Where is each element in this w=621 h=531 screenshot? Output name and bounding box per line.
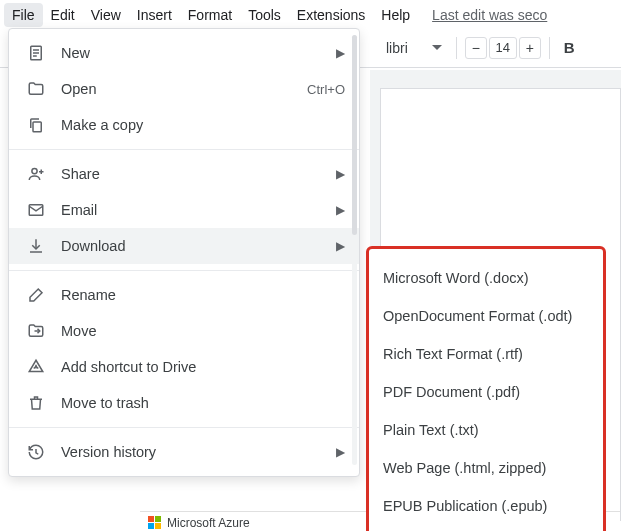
menu-item-add-shortcut[interactable]: Add shortcut to Drive [9,349,359,385]
menubar-item-extensions[interactable]: Extensions [289,3,373,27]
menubar-item-view[interactable]: View [83,3,129,27]
submenu-item-docx[interactable]: Microsoft Word (.docx) [369,259,603,297]
menu-item-label: Make a copy [51,117,345,133]
menu-item-shortcut: Ctrl+O [307,82,345,97]
menubar-item-edit[interactable]: Edit [43,3,83,27]
menu-divider [9,427,359,428]
menu-item-make-copy[interactable]: Make a copy [9,107,359,143]
microsoft-logo-icon [148,516,161,529]
drive-shortcut-icon [27,358,51,376]
menubar-item-help[interactable]: Help [373,3,418,27]
font-family-select[interactable]: libri [380,36,448,60]
menu-item-label: Version history [51,444,336,460]
menu-item-label: Download [51,238,336,254]
menu-item-label: Move [51,323,345,339]
document-icon [27,44,51,62]
bold-button[interactable]: B [558,37,581,58]
menubar-item-format[interactable]: Format [180,3,240,27]
chevron-right-icon: ▶ [336,167,345,181]
taskbar-item-azure[interactable]: Microsoft Azure [167,516,250,530]
menu-item-new[interactable]: New ▶ [9,35,359,71]
menubar-item-insert[interactable]: Insert [129,3,180,27]
menu-item-rename[interactable]: Rename [9,277,359,313]
submenu-item-rtf[interactable]: Rich Text Format (.rtf) [369,335,603,373]
email-icon [27,201,51,219]
chevron-right-icon: ▶ [336,239,345,253]
menu-item-label: Email [51,202,336,218]
download-icon [27,237,51,255]
menu-item-move-trash[interactable]: Move to trash [9,385,359,421]
menubar-item-file[interactable]: File [4,3,43,27]
svg-rect-4 [33,122,41,132]
menu-item-version-history[interactable]: Version history ▶ [9,434,359,470]
trash-icon [27,394,51,412]
menu-item-label: Add shortcut to Drive [51,359,345,375]
chevron-down-icon [432,45,442,51]
svg-point-5 [32,168,37,173]
menu-divider [9,149,359,150]
menu-item-share[interactable]: Share ▶ [9,156,359,192]
menu-divider [9,270,359,271]
chevron-right-icon: ▶ [336,445,345,459]
menu-item-email[interactable]: Email ▶ [9,192,359,228]
menu-item-label: Rename [51,287,345,303]
submenu-item-epub[interactable]: EPUB Publication (.epub) [369,487,603,525]
file-menu: New ▶ Open Ctrl+O Make a copy Share ▶ Em… [8,28,360,477]
download-submenu: Microsoft Word (.docx) OpenDocument Form… [366,246,606,531]
font-size-stepper: − 14 + [465,37,541,59]
chevron-right-icon: ▶ [336,203,345,217]
submenu-item-html[interactable]: Web Page (.html, zipped) [369,449,603,487]
menu-item-download[interactable]: Download ▶ [9,228,359,264]
menu-scrollbar[interactable] [352,35,357,465]
rename-icon [27,286,51,304]
font-size-increase-button[interactable]: + [519,37,541,59]
submenu-item-pdf[interactable]: PDF Document (.pdf) [369,373,603,411]
person-add-icon [27,165,51,183]
submenu-item-txt[interactable]: Plain Text (.txt) [369,411,603,449]
copy-icon [27,116,51,134]
toolbar-separator [549,37,550,59]
folder-icon [27,80,51,98]
menu-item-open[interactable]: Open Ctrl+O [9,71,359,107]
toolbar-separator [456,37,457,59]
menubar: File Edit View Insert Format Tools Exten… [0,0,621,28]
font-size-value[interactable]: 14 [489,37,517,59]
menu-item-label: Open [51,81,307,97]
menu-item-move[interactable]: Move [9,313,359,349]
menu-item-label: New [51,45,336,61]
last-edit-link[interactable]: Last edit was seco [432,7,547,23]
font-family-label: libri [386,40,408,56]
menu-item-label: Move to trash [51,395,345,411]
font-size-decrease-button[interactable]: − [465,37,487,59]
menubar-item-tools[interactable]: Tools [240,3,289,27]
submenu-item-odt[interactable]: OpenDocument Format (.odt) [369,297,603,335]
history-icon [27,443,51,461]
chevron-right-icon: ▶ [336,46,345,60]
move-icon [27,322,51,340]
menu-scrollbar-thumb[interactable] [352,35,357,235]
menu-item-label: Share [51,166,336,182]
